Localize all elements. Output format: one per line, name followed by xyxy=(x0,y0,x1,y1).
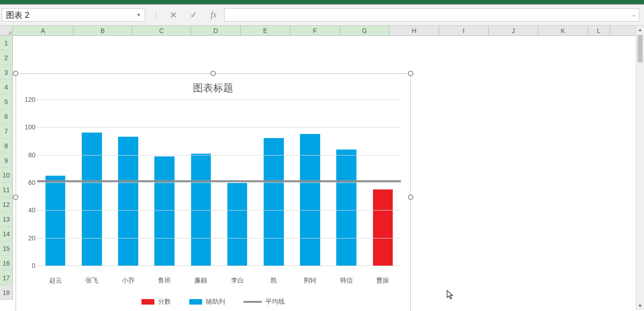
bar-廉颇[interactable] xyxy=(191,154,211,266)
row-header-12[interactable]: 12 xyxy=(0,197,13,212)
y-axis: 020406080100120 xyxy=(20,100,35,266)
formula-bar-row: 图表 2 ▼ ⋮ ✕ ✓ fx ⌄ xyxy=(0,5,644,26)
x-label-赵云: 赵云 xyxy=(37,274,73,285)
row-header-16[interactable]: 16 xyxy=(0,256,13,271)
x-label-荆轲: 荆轲 xyxy=(292,274,328,285)
bar-凯[interactable] xyxy=(264,138,284,266)
bar-鲁班[interactable] xyxy=(154,156,175,266)
legend-label-avg: 平均线 xyxy=(266,298,285,306)
bar-韩信[interactable] xyxy=(336,150,356,266)
formula-bar-buttons: ⋮ ✕ ✓ fx xyxy=(148,5,224,25)
bar-赵云[interactable] xyxy=(45,176,66,266)
select-all-corner[interactable] xyxy=(0,26,13,35)
column-header-H[interactable]: H xyxy=(390,26,439,35)
x-label-曹操: 曹操 xyxy=(365,274,401,285)
row-header-13[interactable]: 13 xyxy=(0,212,13,227)
x-label-廉颇: 廉颇 xyxy=(183,274,219,285)
row-header-8[interactable]: 8 xyxy=(0,139,13,153)
bar-曹操[interactable] xyxy=(373,189,393,266)
row-header-2[interactable]: 2 xyxy=(0,50,13,65)
vertical-scrollbar[interactable]: ▲ ▼ xyxy=(636,26,644,310)
column-header-F[interactable]: F xyxy=(290,26,340,35)
name-box-value: 图表 2 xyxy=(6,10,136,21)
column-header-D[interactable]: D xyxy=(191,26,241,35)
avg-line[interactable] xyxy=(37,180,401,182)
row-header-11[interactable]: 11 xyxy=(0,183,13,197)
column-header-E[interactable]: E xyxy=(241,26,290,35)
scroll-down-button[interactable]: ▼ xyxy=(636,302,644,310)
chart-legend[interactable]: 分数 辅助列 平均线 xyxy=(16,298,410,306)
sheet-area: ABCDEFGHIJKL 123456789101112131415161718… xyxy=(0,26,644,310)
row-header-7[interactable]: 7 xyxy=(0,124,13,139)
x-label-李白: 李白 xyxy=(219,274,255,285)
formula-expand-icon[interactable]: ⌄ xyxy=(632,11,636,18)
row-header-17[interactable]: 17 xyxy=(0,271,13,285)
row-header-10[interactable]: 10 xyxy=(0,168,13,183)
column-header-I[interactable]: I xyxy=(439,26,489,35)
select-all-triangle-icon xyxy=(8,31,11,34)
legend-item-blue[interactable]: 辅助列 xyxy=(189,298,225,306)
gridline xyxy=(37,210,401,211)
x-label-鲁班: 鲁班 xyxy=(147,274,183,285)
row-header-1[interactable]: 1 xyxy=(0,36,13,50)
legend-item-avg[interactable]: 平均线 xyxy=(243,298,285,306)
x-axis-labels: 赵云张飞小乔鲁班廉颇李白凯荆轲韩信曹操 xyxy=(37,274,401,285)
chart-title[interactable]: 图表标题 xyxy=(16,74,410,97)
x-label-小乔: 小乔 xyxy=(110,274,146,285)
scroll-thumb[interactable] xyxy=(638,35,643,62)
column-header-J[interactable]: J xyxy=(489,26,538,35)
resize-handle-tr[interactable] xyxy=(408,71,413,76)
y-tick-20: 20 xyxy=(20,234,35,242)
column-header-A[interactable]: A xyxy=(13,26,73,35)
row-header-3[interactable]: 3 xyxy=(0,65,13,80)
y-tick-80: 80 xyxy=(20,151,35,159)
bar-小乔[interactable] xyxy=(118,137,138,266)
chart-object[interactable]: 图表标题 020406080100120 赵云张飞小乔鲁班廉颇李白凯荆轲韩信曹操… xyxy=(16,73,411,311)
row-header-6[interactable]: 6 xyxy=(0,109,13,124)
legend-item-red[interactable]: 分数 xyxy=(141,298,171,306)
bar-荆轲[interactable] xyxy=(300,134,320,266)
row-header-9[interactable]: 9 xyxy=(0,153,13,168)
column-header-K[interactable]: K xyxy=(538,26,588,35)
row-header-4[interactable]: 4 xyxy=(0,80,13,94)
formula-enter-button[interactable]: ✓ xyxy=(186,8,201,22)
formula-bar-grip-icon[interactable]: ⋮ xyxy=(151,14,161,16)
row-header-14[interactable]: 14 xyxy=(0,227,13,241)
x-label-凯: 凯 xyxy=(255,274,292,285)
resize-handle-ml[interactable] xyxy=(13,194,18,200)
resize-handle-tl[interactable] xyxy=(13,71,18,76)
column-headers: ABCDEFGHIJKL xyxy=(0,26,644,36)
ribbon-strip xyxy=(0,0,644,5)
column-header-B[interactable]: B xyxy=(73,26,132,35)
column-header-C[interactable]: C xyxy=(132,26,191,35)
resize-handle-tm[interactable] xyxy=(210,71,216,76)
row-header-5[interactable]: 5 xyxy=(0,94,13,109)
column-header-L[interactable]: L xyxy=(588,26,610,35)
row-header-18[interactable]: 18 xyxy=(0,285,13,300)
row-header-15[interactable]: 15 xyxy=(0,241,13,256)
column-header-G[interactable]: G xyxy=(340,26,390,35)
fx-icon: fx xyxy=(211,10,217,20)
gridline xyxy=(37,183,401,183)
row-headers: 123456789101112131415161718 xyxy=(0,36,13,300)
y-tick-60: 60 xyxy=(20,179,35,186)
name-box[interactable]: 图表 2 ▼ xyxy=(2,8,145,22)
legend-line-avg xyxy=(243,301,262,303)
gridline xyxy=(37,238,401,239)
formula-cancel-button[interactable]: ✕ xyxy=(165,8,181,22)
plot-area[interactable]: 020406080100120 xyxy=(37,100,401,274)
bar-李白[interactable] xyxy=(227,183,248,266)
formula-input[interactable]: ⌄ xyxy=(224,8,639,22)
insert-function-button[interactable]: fx xyxy=(206,8,221,22)
y-tick-0: 0 xyxy=(20,262,35,269)
bar-张飞[interactable] xyxy=(82,133,102,266)
y-tick-40: 40 xyxy=(20,206,35,214)
gridline xyxy=(37,155,401,156)
legend-label-red: 分数 xyxy=(158,298,171,306)
name-box-dropdown-icon[interactable]: ▼ xyxy=(136,12,141,17)
scroll-up-button[interactable]: ▲ xyxy=(636,26,644,34)
x-label-张飞: 张飞 xyxy=(73,274,110,285)
resize-handle-mr[interactable] xyxy=(408,194,413,200)
x-label-韩信: 韩信 xyxy=(328,274,365,285)
gridline xyxy=(37,100,401,100)
